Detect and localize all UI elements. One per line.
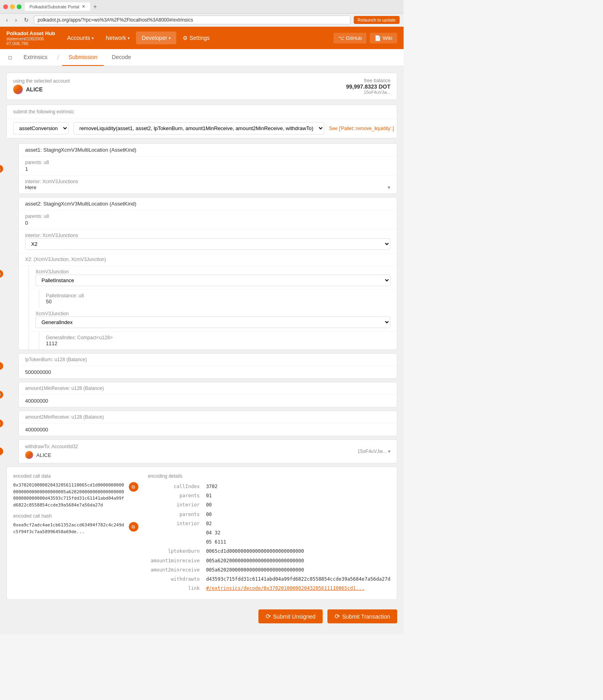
withdraw-to-chevron-icon: ▾ — [388, 449, 390, 454]
copy-call-data-button[interactable]: ⧉ — [129, 482, 138, 492]
junction1-select[interactable]: PalletInstance — [35, 275, 390, 286]
close-dot[interactable] — [3, 4, 8, 9]
lp-token-burn-header: lpTokenBurn: u128 (Balance) — [19, 354, 397, 366]
reload-button[interactable]: ↻ — [22, 16, 31, 24]
withdraw-to-address: 15oF4uVJw... — [357, 449, 386, 454]
pallet-instance-value: 50 — [46, 299, 390, 305]
encoded-hash-row: 0xea9cf2adc4ae1cb61352accd63494f782c4c24… — [13, 522, 138, 535]
asset1-header: asset1: StagingXcmV3MultiLocation (Asset… — [19, 144, 397, 156]
junction1-type-row: XcmV3Junction PalletInstance — [29, 266, 397, 290]
encoded-hash-title: encoded call hash — [13, 513, 138, 519]
interior1-key: interior — [148, 501, 200, 509]
general-index-value: 1112 — [46, 340, 390, 346]
pallet-select[interactable]: assetConversion — [13, 122, 69, 134]
call-select[interactable]: removeLiquidity(asset1, asset2, lpTokenB… — [73, 122, 324, 134]
badge-f: f — [0, 447, 3, 455]
copy-call-hash-button[interactable]: ⧉ — [129, 522, 138, 532]
relaunch-button[interactable]: Relaunch to update — [354, 16, 400, 24]
maximize-dot[interactable] — [17, 4, 22, 9]
asset2-interior-label: interior: XcmV3Junctions — [25, 233, 390, 238]
asset2-section: b asset2: StagingXcmV3MultiLocation (Ass… — [6, 197, 397, 350]
interior1-val: 00 — [206, 501, 212, 509]
github-link[interactable]: ⌥ GitHub — [333, 33, 367, 44]
encoding-callindex-row: callIndex 3702 — [148, 482, 390, 491]
withdraw-to-left: withdrawTo: AccountId32 ALICE — [25, 444, 78, 459]
row1-val: 04 32 — [206, 529, 221, 537]
encoded-hash-section: encoded call hash 0xea9cf2adc4ae1cb61352… — [13, 513, 138, 535]
github-icon: ⌥ — [338, 35, 344, 41]
asset1-parents-row: parents: u8 1 — [19, 156, 397, 176]
amount1-key: amount1minreceive — [148, 557, 200, 565]
pallet-instance-label: PalletInstance: u8 — [46, 293, 390, 299]
submit-unsigned-button[interactable]: ⟳ Submit Unsigned — [258, 609, 323, 623]
encoding-interior2-row: interior 02 — [148, 519, 390, 528]
encoded-call-row: 0x37020100000204320561110065cd1d00000000… — [13, 482, 138, 508]
hub-balance: #7,006,786 — [6, 41, 55, 46]
interior2-key: interior — [148, 520, 200, 528]
tab-close-icon[interactable]: ✕ — [82, 4, 85, 9]
asset1-parents-label: parents: u8 — [25, 160, 390, 165]
link-key: link — [148, 585, 200, 592]
amount1-form: amount1MinReceive: u128 (Balance) 400000… — [18, 382, 397, 407]
url-bar[interactable]: polkadot.js.org/apps/?rpc=ws%3A%2F%2Floc… — [34, 16, 350, 24]
lptokenburn-key: lptokenburn — [148, 548, 200, 555]
general-index-row: GeneralIndex: Compact<u128> 1112 — [39, 332, 397, 350]
account-avatar — [13, 85, 23, 94]
encoded-call-data: 0x37020100000204320561110065cd1d00000000… — [13, 482, 126, 508]
new-tab-icon[interactable]: + — [93, 3, 97, 10]
withdrawto-enc-val: d43593c715fdd31c61141abd04a99fd6822c8558… — [206, 575, 390, 583]
row2-val: 05 6111 — [206, 538, 227, 546]
amount1-section: d amount1MinReceive: u128 (Balance) 4000… — [6, 382, 397, 407]
asset2-form: asset2: StagingXcmV3MultiLocation (Asset… — [18, 197, 397, 350]
browser-tab[interactable]: Polkadot/Substrate Portal ✕ — [25, 2, 90, 11]
encoding-lptokenburn-row: lptokenburn 0065cd1d00000000000000000000… — [148, 547, 390, 556]
submit-transaction-button[interactable]: ⟳ Submit Transaction — [327, 609, 397, 623]
chevron-down-icon: ▾ — [92, 36, 94, 40]
asset2-header: asset2: StagingXcmV3MultiLocation (Asset… — [19, 198, 397, 210]
amount2-header: amount2MinReceive: u128 (Balance) — [19, 411, 397, 423]
junction2-select[interactable]: GeneralIndex — [35, 316, 390, 328]
encoded-call-col: encoded call data 0x37020100000204320561… — [13, 473, 138, 593]
chevron-down-icon: ▾ — [169, 36, 171, 40]
encoding-details-title: encoding details — [148, 473, 390, 479]
amount1-value: 40000000 — [25, 398, 48, 404]
wiki-icon: 📄 — [374, 35, 381, 41]
asset1-interior-label: interior: XcmV3Junctions — [25, 179, 390, 184]
encoding-row1: 04 32 — [148, 528, 390, 538]
balance-label: free balance — [346, 78, 390, 83]
amount2-enc-val: 005a620200000000000000000000000000 — [206, 566, 304, 574]
nav-network[interactable]: Network ▾ — [100, 32, 135, 44]
sub-nav: ⊡ Extrinsics / Submission Decode — [0, 49, 404, 66]
interior2-val: 02 — [206, 520, 212, 528]
amount2-value-row: 40000000 — [19, 423, 397, 436]
back-button[interactable]: ‹ — [4, 16, 10, 24]
lptokenburn-val: 0065cd1d00000000000000000000000000 — [206, 548, 304, 555]
nav-settings[interactable]: ⚙ Settings — [177, 32, 215, 44]
tab-submission[interactable]: Submission — [62, 49, 104, 66]
nav-developer[interactable]: Developer ▾ — [136, 32, 176, 44]
amount1-enc-val: 005a620200000000000000000000000000 — [206, 557, 304, 565]
forward-button[interactable]: › — [13, 16, 19, 24]
asset1-interior-value: Here — [25, 184, 36, 190]
encoding-link[interactable]: #/extrinsics/decode/0x370201000002043205… — [206, 585, 365, 592]
withdraw-to-value: ALICE — [36, 452, 51, 458]
lp-token-burn-label: lpTokenBurn: u128 (Balance) — [25, 357, 390, 362]
nav-menu: Accounts ▾ Network ▾ Developer ▾ ⚙ Setti… — [61, 32, 333, 44]
nav-accounts[interactable]: Accounts ▾ — [61, 32, 99, 44]
see-pallet-link[interactable]: See ['Pallet::remove_liquidity'.] — [329, 126, 394, 131]
badge-c: c — [0, 362, 3, 370]
breadcrumb-extrinsics[interactable]: Extrinsics — [17, 49, 54, 66]
junction2-section: XcmV3Junction GeneralIndex GeneralIndex:… — [28, 308, 397, 350]
minimize-dot[interactable] — [10, 4, 15, 9]
row2-key — [148, 538, 200, 546]
encoding-link-row: link #/extrinsics/decode/0x3702010000020… — [148, 584, 390, 593]
asset2-parents-label: parents: u8 — [25, 214, 390, 219]
amount2-key: amount2minreceive — [148, 566, 200, 574]
balance-info: free balance 99,997.8323 DOT 15oF4uVJw..… — [346, 78, 390, 95]
asset2-interior-select[interactable]: X2 — [25, 238, 390, 250]
tab-decode[interactable]: Decode — [105, 49, 137, 66]
parents1-key: parents — [148, 492, 200, 500]
hub-statement: statement/1002006 — [6, 36, 55, 41]
wiki-link[interactable]: 📄 Wiki — [370, 33, 397, 44]
lp-token-burn-form: lpTokenBurn: u128 (Balance) 500000000 — [18, 353, 397, 379]
